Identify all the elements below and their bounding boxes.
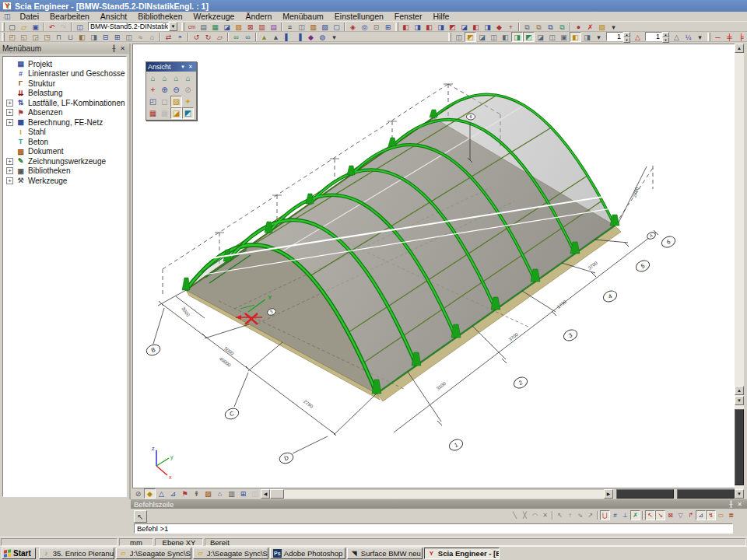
snap-intersection-icon[interactable]: ⊠	[665, 510, 675, 520]
line-style-icon[interactable]: ╞	[735, 32, 747, 42]
view-window-7-icon[interactable]: ◩	[523, 32, 535, 42]
grid-toggle-icon[interactable]: ⊞	[237, 488, 249, 499]
zoom-all-icon[interactable]: ◻	[159, 96, 170, 107]
load-case-2-icon[interactable]: ◨	[412, 22, 423, 32]
horizontal-scrollbar-track[interactable]	[284, 489, 604, 499]
fly-mode-icon[interactable]: ✗	[584, 22, 596, 32]
ratio-more-icon[interactable]: ▾	[694, 32, 706, 42]
stretch-icon[interactable]: ▱	[214, 32, 226, 42]
expand-icon[interactable]: +	[6, 119, 13, 126]
zoom-previous-icon[interactable]: ⊘	[182, 84, 194, 96]
checker-icon[interactable]: ◎	[359, 22, 370, 32]
pin-icon[interactable]: ╂	[110, 45, 118, 52]
named-views-icon[interactable]: ▥	[226, 488, 237, 499]
calculation-2-icon[interactable]: ▐	[293, 32, 305, 42]
view-window-6-icon[interactable]: ◨	[511, 32, 523, 42]
taskbar-task[interactable]: ▱J:\Seagate Sync\SyncRe...	[116, 548, 191, 559]
toolbar-grip[interactable]	[2, 23, 5, 31]
line-thickness-icon[interactable]: ─	[712, 32, 724, 42]
view-front-icon[interactable]: ⌂	[159, 72, 170, 84]
home-view-icon[interactable]: ⌂	[214, 488, 226, 499]
ucs-axes-icon[interactable]: +	[147, 84, 159, 96]
toolbar-grip[interactable]	[395, 23, 398, 31]
toolbar-grip[interactable]	[181, 23, 184, 31]
display-params-icon[interactable]: ▦	[209, 22, 221, 32]
view-axonometric-icon[interactable]: ⌂	[182, 72, 194, 84]
new-file-icon[interactable]: ▢	[6, 22, 18, 32]
spinner-up-icon[interactable]: ▲	[623, 32, 630, 37]
draw-arc-icon[interactable]: ◠	[530, 510, 540, 520]
menu-item-ansicht[interactable]: Ansicht	[95, 12, 132, 22]
combobox-dropdown-icon[interactable]: ▼	[169, 22, 177, 31]
expand-icon[interactable]: +	[6, 100, 13, 107]
sidebar-item-projekt[interactable]: ▤Projekt	[6, 59, 126, 69]
perspective-toggle-icon[interactable]: ⊘	[132, 488, 144, 499]
calculator-icon[interactable]: ◈	[347, 22, 359, 32]
page-icon[interactable]: ▢	[331, 22, 342, 32]
view-window-5-icon[interactable]: ◧	[500, 32, 511, 42]
view-params-icon[interactable]: ◪	[221, 22, 233, 32]
drawing-ratio-icon[interactable]: ¼	[682, 32, 694, 42]
status-plane[interactable]: Ebene XY	[155, 538, 203, 546]
sidebar-item-lastf-lle-lf-kombinationen[interactable]: +⇅Lastfälle, LF-Kombinationen	[6, 98, 126, 108]
previous-view-icon[interactable]: ◫	[249, 488, 261, 499]
copy-view-icon[interactable]: ⧉	[521, 22, 533, 32]
clip-box-icon[interactable]: ◪	[170, 107, 182, 119]
zoom-selection-icon[interactable]: ●	[573, 22, 584, 32]
results-icon[interactable]: ◆	[305, 32, 317, 42]
select-2-icon[interactable]: ↑	[565, 510, 575, 520]
snap-orthogonal-icon[interactable]: ▽	[675, 510, 686, 520]
sidebar-item-zeichnungswerkzeuge[interactable]: +✎Zeichnungswerkzeuge	[6, 156, 126, 166]
mesh-refinement-icon[interactable]: ▲	[270, 32, 282, 42]
view-window-9-icon[interactable]: ◫	[546, 32, 558, 42]
menu-item-einstellungen[interactable]: Einstellungen	[329, 12, 389, 22]
table-edit-icon[interactable]: ▥	[256, 22, 268, 32]
ansicht-palette-titlebar[interactable]: Ansicht ▾ ✕	[146, 62, 196, 72]
menu-item-hilfe[interactable]: Hilfe	[427, 12, 454, 22]
dot-grid-snap-icon[interactable]: #	[610, 510, 620, 520]
erase-icon[interactable]: ✕	[540, 510, 550, 520]
select-3-icon[interactable]: ⇘	[575, 510, 585, 520]
view-top-icon[interactable]: ⌂	[147, 72, 159, 84]
surface-support-icon[interactable]: ⊞	[111, 32, 123, 42]
scroll-down-icon[interactable]: ▼	[735, 489, 744, 499]
load-case-5-icon[interactable]: ◩	[447, 22, 458, 32]
wall-icon[interactable]: ◳	[41, 32, 53, 42]
line-grid-snap-icon[interactable]: ⊥	[620, 510, 630, 520]
mirror-icon[interactable]: ↻	[202, 32, 214, 42]
snap-list-icon[interactable]: ≣	[726, 510, 736, 520]
photo-view-icon[interactable]: ▦	[147, 107, 159, 119]
vertical-scrollbar[interactable]: ▲ ▲ ▼ ▼	[735, 44, 744, 499]
dimension-style-icon[interactable]: ╪	[724, 32, 735, 42]
spinner-down-icon[interactable]: ▼	[623, 37, 630, 43]
close-icon[interactable]: ✕	[118, 45, 127, 52]
sidebar-item-struktur[interactable]: ΓStruktur	[6, 79, 126, 89]
taskbar-task[interactable]: PsAdobe Photoshop CS3 E...	[270, 548, 345, 559]
close-icon[interactable]: ✕	[187, 62, 195, 72]
close-icon[interactable]: ✕	[735, 501, 744, 508]
view-window-1-icon[interactable]: ◫	[453, 32, 465, 42]
scale-spinner[interactable]: 1 ▲▼	[645, 32, 669, 41]
taskbar-task[interactable]: ▱J:\Seagate Sync\SyncRe...	[193, 548, 268, 559]
toolbar-grip[interactable]	[707, 33, 710, 41]
load-case-3-icon[interactable]: ◧	[423, 22, 435, 32]
snap-perpendicular-icon[interactable]: ⊿	[696, 510, 706, 520]
sidebar-item-linienraster-und-geschosse[interactable]: #Linienraster und Geschosse	[6, 69, 126, 79]
menu-item-datei[interactable]: Datei	[15, 12, 45, 22]
expand-icon[interactable]: +	[6, 177, 13, 184]
arbitrary-member-icon[interactable]: ◨	[88, 32, 100, 42]
vertical-scrollbar-thumb[interactable]	[735, 409, 744, 485]
sidebar-item-absenzen[interactable]: +⚑Absenzen	[6, 108, 126, 118]
beam-icon[interactable]: ◰	[6, 32, 18, 42]
activity-icon[interactable]: △	[632, 32, 644, 42]
units-icon[interactable]: cm	[186, 22, 198, 32]
curve-chain-icon[interactable]: ∞	[242, 32, 254, 42]
axonometry-icon[interactable]: ⊿	[167, 488, 179, 499]
snap-tangent-icon[interactable]: ↱	[686, 510, 696, 520]
info-icon[interactable]: ⊡	[370, 22, 382, 32]
view-window-11-icon[interactable]: ◧	[570, 32, 581, 42]
menu-item-fenster[interactable]: Fenster	[389, 12, 428, 22]
docked-bar-1[interactable]	[616, 489, 674, 499]
move-icon[interactable]: +	[505, 22, 517, 32]
scale-icon[interactable]: △	[671, 32, 682, 42]
